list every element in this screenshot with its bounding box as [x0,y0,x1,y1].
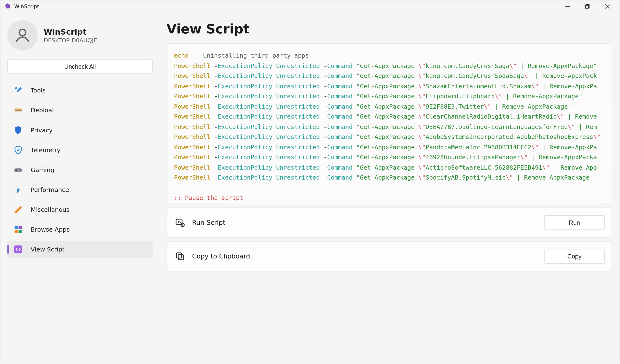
sidebar-item-browse-apps[interactable]: Browse Apps [7,221,153,238]
svg-rect-15 [14,245,22,253]
svg-rect-12 [19,226,22,229]
copy-icon [174,250,186,262]
svg-rect-7 [15,108,22,109]
svg-point-4 [19,29,26,36]
svg-rect-19 [177,253,182,258]
copy-button[interactable]: Copy [544,249,605,264]
titlebar: WinScript [0,0,619,13]
app-title: WinScript [14,3,39,9]
uncheck-all-button[interactable]: Uncheck All [7,59,153,74]
run-script-label: Run Script [192,219,225,227]
svg-rect-13 [15,230,18,233]
view-script-icon [13,245,23,254]
run-button[interactable]: Run [544,215,605,230]
sidebar-item-label: View Script [31,246,65,253]
sidebar-item-label: Miscellanous [31,206,70,213]
run-script-icon [174,217,186,229]
main-content: View Script echo -- Uninstalling third-p… [160,13,619,363]
copy-clipboard-card: Copy to Clipboard Copy [167,241,612,272]
sidebar-item-label: Telemetry [31,146,61,153]
svg-rect-14 [19,230,22,233]
page-title: View Script [167,21,612,37]
sidebar-item-tools[interactable]: Tools [7,82,153,99]
window-controls [558,0,617,13]
maximize-button[interactable] [577,0,597,13]
sidebar-item-label: Debloat [31,107,54,114]
sidebar-item-label: Privacy [31,127,53,134]
profile-host: DESKTOP-D0AUQJE [44,37,97,44]
copy-clipboard-label: Copy to Clipboard [192,252,250,260]
sidebar-item-telemetry[interactable]: Telemetry [7,141,153,159]
script-code-panel[interactable]: echo -- Uninstalling third-party apps Po… [167,43,612,204]
sidebar-item-label: Performance [31,186,69,193]
svg-rect-5 [15,110,22,111]
svg-rect-11 [15,226,18,229]
privacy-icon [13,125,23,135]
browse-apps-icon [13,225,23,234]
gaming-icon [13,165,23,174]
sidebar-item-privacy[interactable]: Privacy [7,121,153,139]
sidebar-item-label: Browse Apps [31,226,70,233]
run-script-card: Run Script Run [167,207,612,238]
tools-icon [13,86,23,95]
miscellanous-icon [13,205,23,214]
svg-rect-1 [585,5,589,8]
profile-name: WinScript [44,27,97,37]
app-window: WinScript Wi [0,0,620,363]
profile-block: WinScript DESKTOP-D0AUQJE [7,20,153,51]
svg-point-9 [20,169,21,170]
sidebar-item-performance[interactable]: Performance [7,181,153,198]
sidebar-item-view-script[interactable]: View Script [7,241,153,258]
sidebar-item-label: Tools [31,87,46,94]
performance-icon [13,185,23,194]
sidebar: WinScript DESKTOP-D0AUQJE Uncheck All To… [0,13,160,363]
telemetry-icon [13,145,23,155]
sidebar-item-label: Gaming [31,167,54,174]
svg-rect-18 [178,255,183,260]
sidebar-item-gaming[interactable]: Gaming [7,161,153,178]
sidebar-nav: ToolsDebloatPrivacyTelemetryGamingPerfor… [7,82,153,260]
close-button[interactable] [597,0,617,13]
app-logo-icon [4,3,12,10]
sidebar-item-miscellanous[interactable]: Miscellanous [7,201,153,218]
svg-point-10 [21,170,22,171]
avatar-icon [7,20,38,51]
sidebar-item-debloat[interactable]: Debloat [7,102,153,119]
minimize-button[interactable] [558,0,577,13]
debloat-icon [13,106,23,115]
svg-rect-6 [15,109,22,110]
